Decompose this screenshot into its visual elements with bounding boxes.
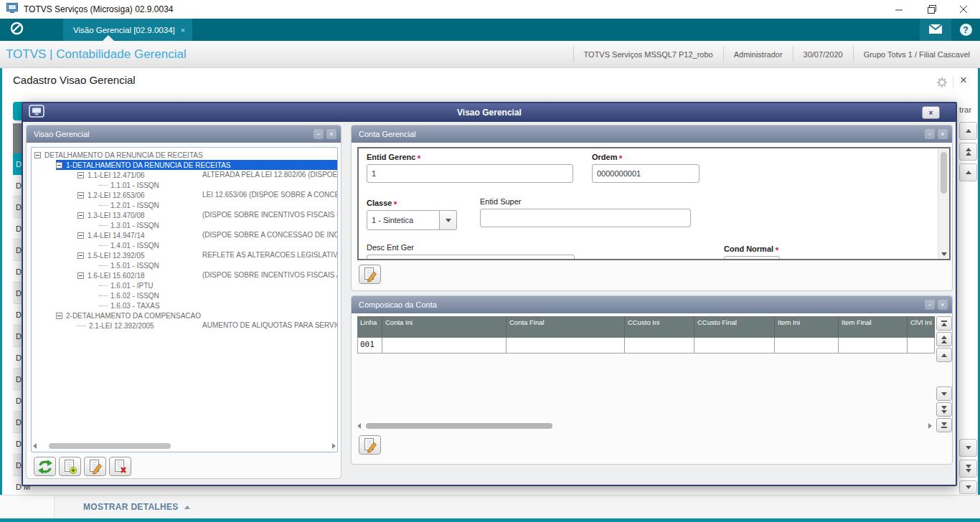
tree-item[interactable]: DETALHAMENTO DA RENUNCIA DE RECEITAS [32,150,337,160]
tree-collapse-icon[interactable] [56,313,62,319]
gear-icon[interactable] [936,77,948,91]
tab-close-icon[interactable]: × [181,26,185,34]
tree-collapse-icon[interactable] [77,252,84,259]
grid-horizontal-scrollbar[interactable] [357,421,932,430]
tree-item[interactable]: 1.1-LEI 12.471/06ALTERADA PELA LEI 12.80… [32,170,337,180]
ordem-field[interactable]: 0000000001 [592,164,699,183]
scroll-down-icon[interactable] [941,252,947,256]
delete-button[interactable] [109,457,131,476]
tab-visao-gerencial[interactable]: Visão Gerencial [02.9.0034] × [63,19,192,41]
grid-column-header[interactable]: Item Final [839,316,908,338]
entid-super-field[interactable] [480,209,691,227]
grid-scroll-up-button[interactable] [936,348,952,362]
tree-item[interactable]: 1.2-LEI 12.653/06LEI 12.653/06 (DISPOE S… [32,190,337,200]
tree-item[interactable]: 2.1-LEI 12.392/2005AUMENTO DE ALIQUOTAS … [32,321,337,331]
entid-gerenc-field[interactable]: 1 [367,164,573,183]
dropdown-arrow-icon[interactable] [440,210,457,230]
window-minimize-button[interactable] [883,0,915,19]
menu-button[interactable] [0,19,33,41]
tree-item[interactable]: 1.5-LEI 12.392/05REFLETE AS ALTERACOES L… [32,250,337,260]
filter-button-partial[interactable]: trar [959,105,971,114]
tree-collapse-icon[interactable] [34,152,41,158]
grid-cell[interactable] [382,338,507,353]
grid-page-up-button[interactable] [936,332,952,346]
tree-collapse-icon[interactable] [77,232,84,239]
scrollbar-thumb[interactable] [941,152,947,194]
panel-close-button[interactable]: × [326,129,336,139]
tree-item[interactable]: 1.1.01 - ISSQN [32,180,337,190]
tree-item[interactable]: 1.4-LEI 14.947/14(DISPOE SOBRE A CONCESS… [32,230,337,240]
tree-item[interactable]: 1.6-LEI 15.602/18(DISPOE SOBRE INCENTIVO… [32,270,337,280]
window-restore-button[interactable] [915,0,948,19]
scroll-up-button[interactable] [959,163,977,181]
grid-panel-header[interactable]: Composicao da Conta − × [352,296,952,313]
grid-edit-button[interactable] [359,435,381,455]
grid-cell[interactable] [908,338,935,353]
grid-scroll-down-button[interactable] [936,386,952,401]
scroll-left-icon[interactable] [33,443,37,449]
grid-cell[interactable] [694,338,775,353]
tree-collapse-icon[interactable] [77,272,84,279]
window-close-button[interactable] [948,0,980,19]
panel-minimize-button[interactable]: − [925,129,935,139]
composition-grid[interactable]: LinhaConta IniConta FinalCCusto IniCCust… [357,316,935,353]
dialog-close-button[interactable]: × [922,106,940,119]
refresh-button[interactable] [34,457,56,476]
scroll-left-icon[interactable] [357,423,361,429]
panel-close-button[interactable]: × [938,300,948,310]
tree-item[interactable]: 1.6.02 - ISSQN [32,290,337,300]
tree-collapse-icon[interactable] [56,162,62,169]
classe-select[interactable]: 1 - Sintetica [367,210,457,230]
grid-column-header[interactable]: Linha [357,316,382,338]
grid-cell[interactable]: 001 [357,338,382,353]
cond-normal-field[interactable] [724,256,780,260]
desc-ent-ger-field[interactable] [367,255,575,260]
add-button[interactable] [59,457,81,476]
scroll-right-icon[interactable] [332,443,336,449]
tree-item[interactable]: 1.6.03 - TAXAS [32,300,337,310]
grid-column-header[interactable]: CCusto Final [694,316,775,338]
form-panel-header[interactable]: Conta Gerencial − × [352,125,952,143]
tree-collapse-icon[interactable] [77,192,84,199]
grid-column-header[interactable]: Item Ini [775,316,839,338]
tree-item[interactable]: 1.3.01 - ISSQN [32,220,337,230]
tree-item[interactable]: 1.3-LEI 13.470/08(DISPOE SOBRE INCENTIVO… [32,210,337,220]
scroll-down-button[interactable] [959,439,977,457]
panel-close-button[interactable]: × [938,129,948,139]
tree-item[interactable]: 2-DETALHAMENTO DA COMPENSACAO [32,310,337,321]
panel-minimize-button[interactable]: − [314,129,324,139]
scroll-bottom-button[interactable] [959,480,977,494]
form-edit-button[interactable] [359,265,381,284]
grid-scroll-top-button[interactable] [936,316,952,331]
grid-cell[interactable] [839,338,908,353]
grid-scroll-bottom-button[interactable] [936,418,952,432]
scroll-top-button[interactable] [959,122,977,140]
grid-column-header[interactable]: Conta Final [507,316,625,338]
page-up-button[interactable] [959,143,977,161]
tree-panel-header[interactable]: Visao Gerencial − × [27,125,341,143]
edit-button[interactable] [84,457,106,476]
tree-item[interactable]: 1.2.01 - ISSQN [32,200,337,210]
page-close-icon[interactable]: × [960,73,967,87]
scroll-right-icon[interactable] [928,423,932,429]
tree-item[interactable]: 1-DETALHAMENTO DA RENUNCIA DE RECEITAS [32,160,337,170]
grid-column-header[interactable]: Conta Ini [382,316,507,338]
panel-minimize-button[interactable]: − [925,300,935,310]
grid-cell[interactable] [775,338,839,353]
grid-data-row[interactable]: 001 [357,338,935,353]
scrollbar-thumb[interactable] [49,443,171,449]
show-details-button[interactable]: MOSTRAR DETALHES [83,502,190,512]
grid-cell[interactable] [507,338,625,353]
tree-collapse-icon[interactable] [77,212,84,219]
tree-collapse-icon[interactable] [77,172,84,179]
help-button[interactable]: ? [951,19,980,41]
grid-cell[interactable] [625,338,694,353]
mail-button[interactable] [920,19,951,41]
branch-label[interactable]: Grupo Totvs 1 / Filial Cascavel [853,46,980,62]
tree-horizontal-scrollbar[interactable] [33,442,336,450]
grid-page-down-button[interactable] [936,402,952,417]
tree-item[interactable]: 1.4.01 - ISSQN [32,240,337,250]
tree-item[interactable]: 1.5.01 - ISSQN [32,260,337,270]
form-vertical-scrollbar[interactable] [938,148,949,259]
scrollbar-thumb[interactable] [366,423,552,429]
